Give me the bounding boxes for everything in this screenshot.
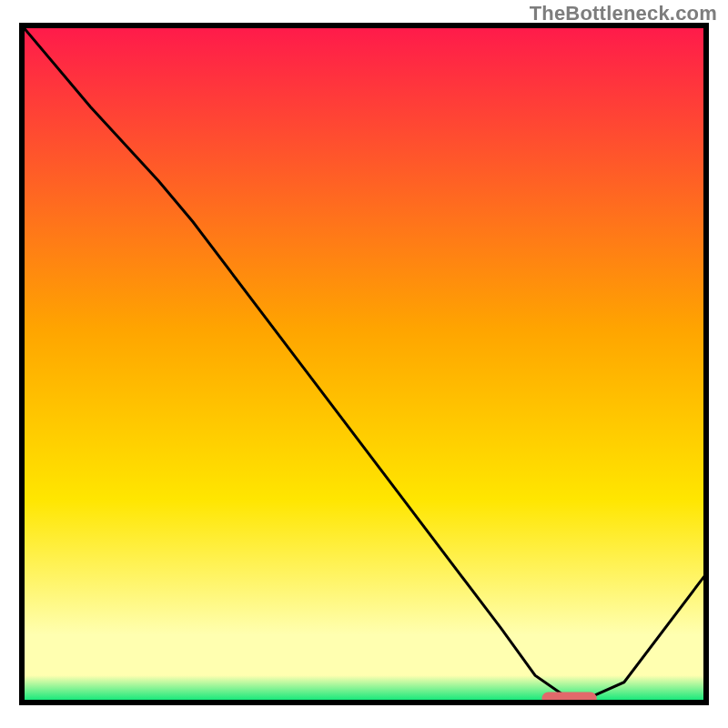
- chart-container: TheBottleneck.com: [0, 0, 728, 728]
- bottleneck-chart: [0, 0, 728, 728]
- gradient-background: [22, 25, 706, 703]
